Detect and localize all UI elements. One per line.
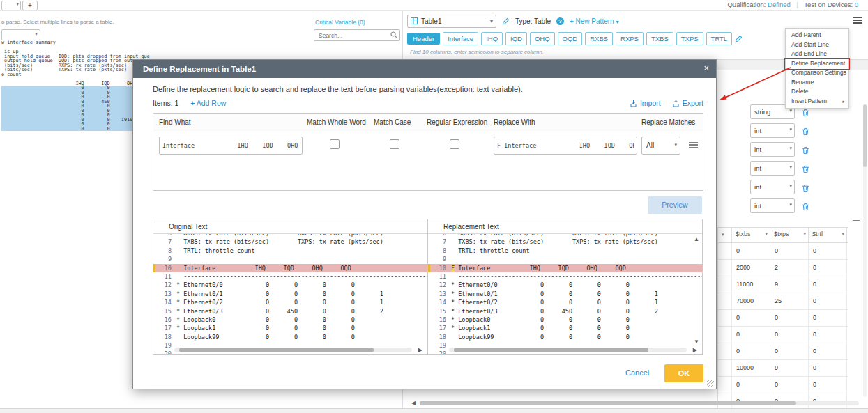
trash-icon[interactable] [802,107,809,120]
find-what-input[interactable] [159,137,303,155]
export-button[interactable]: Export [672,99,703,107]
new-pattern-button[interactable]: + New Pattern ▾ [570,17,618,25]
menu-item-rename[interactable]: Rename [786,78,848,88]
chevron-down-icon: ▾ [789,108,792,114]
qualification-value[interactable]: Defined [768,1,791,8]
variable-type-select[interactable]: int▾ [750,142,795,157]
editor-line: 17* Loopback1 0 0 0 0 [153,324,427,332]
close-icon[interactable]: × [703,63,709,73]
trash-icon[interactable] [802,182,809,195]
result-cell-spacer [718,260,732,276]
chevron-down-icon: ▾ [765,231,768,237]
scroll-left-icon[interactable]: ◀ [411,400,416,406]
vertical-scrollbar-thumb[interactable] [863,104,867,167]
horizontal-scrollbar-track[interactable] [174,348,412,352]
replace-with-input[interactable] [494,137,637,155]
ok-button[interactable]: OK [664,364,703,382]
scroll-down-icon[interactable]: ▼ [694,338,699,345]
menu-item-comparison-settings[interactable]: Comparison Settings [786,68,848,78]
line-number: 11 [428,272,451,281]
menu-item-insert-pattern[interactable]: Insert Pattern▸ [786,97,848,107]
parser-scope-select[interactable]: ▾ [1,29,40,40]
header-column-chip[interactable]: TRTL [706,32,733,45]
header-column-chip[interactable]: Interface [443,32,478,45]
search-input[interactable] [317,31,390,40]
menu-item-add-parent[interactable]: Add Parent [786,31,848,40]
result-cell: 0 [809,377,847,393]
horizontal-scrollbar-thumb[interactable] [179,348,374,352]
variable-type-select[interactable]: int▾ [750,198,795,213]
header-column-chip[interactable]: IHQ [481,32,503,45]
editor-line: 7 TXBS: tx rate (bits/sec) TXPS: tx rate… [153,237,427,246]
collapse-icon[interactable]: — [853,216,860,224]
table-select[interactable]: Table1 ▾ [407,15,496,28]
header-column-chip[interactable]: TXPS [676,32,703,45]
menu-item-define-replacement[interactable]: Define Replacement [786,59,848,69]
edit-columns-pencil-icon[interactable] [735,35,743,42]
column-sort-caret[interactable]: ▾ [718,228,732,242]
variable-type-select[interactable]: int▾ [750,180,795,194]
match-case-checkbox[interactable] [390,139,399,149]
menu-item-add-end-line[interactable]: Add End Line [786,49,848,59]
row-menu-icon[interactable] [689,142,698,150]
scroll-right-icon[interactable]: ▶ [693,347,697,353]
editor-line: 16* Loopback0 0 0 0 0 [153,315,427,324]
result-cell: 0 [809,327,847,343]
critical-variable-link[interactable]: Critical Variable (0) [315,19,365,26]
chevron-down-icon: ▾ [789,164,792,170]
editor-line: 18 Loopback99 0 0 0 0 [153,333,427,341]
header-column-chip[interactable]: RXPS [616,32,644,45]
resize-handle[interactable] [707,380,714,387]
match-whole-word-checkbox[interactable] [330,139,340,149]
panel-menu-button[interactable] [853,17,862,24]
trash-icon[interactable] [802,201,809,214]
preview-button[interactable]: Preview [648,196,702,214]
replace-matches-select[interactable]: All ▾ [641,137,680,155]
chevron-down-icon: ▾ [490,18,493,24]
regular-expression-checkbox[interactable] [450,139,459,149]
variable-type-select[interactable]: int▾ [750,123,795,138]
scroll-up-icon[interactable]: ▲ [694,236,699,242]
result-column-header[interactable]: $trtl▾ [809,228,847,242]
dialog-header[interactable]: Define Replacement in Table1 × [133,60,716,78]
variable-type-select[interactable]: int▾ [750,161,795,176]
scroll-right-icon[interactable]: ▶ [418,347,422,353]
result-cell: 9 [770,276,809,293]
add-row-button[interactable]: + Add Row [190,99,226,107]
editor-line: 13* Ethernet0/1 0 0 0 0 1 [428,290,702,298]
horizontal-scrollbar-track[interactable] [449,348,687,352]
parser-mini-dropdown[interactable]: ▾ [1,1,21,10]
help-icon[interactable]: ? [556,17,564,25]
result-cell: 25 [770,293,809,309]
original-text-panel: Original Text 6 RXBS: rx rate (bits/sec)… [153,219,428,355]
items-label: Items: [153,99,173,107]
trash-icon[interactable] [802,145,809,157]
menu-item-add-start-line[interactable]: Add Start Line [786,40,848,50]
trash-icon[interactable] [802,164,809,176]
menu-item-delete[interactable]: Delete [786,87,848,97]
header-column-chip[interactable]: IQD [505,32,527,45]
horizontal-scrollbar-track[interactable] [420,401,859,405]
add-button[interactable]: + [22,1,38,10]
header-column-chip[interactable]: TXBS [646,32,673,45]
editor-line-text: * Ethernet0/2 0 0 0 0 1 [176,298,383,306]
chevron-down-icon: ▾ [16,1,19,7]
result-column-header[interactable]: $txbs▾ [732,228,770,242]
header-column-chip[interactable]: RXBS [585,32,613,45]
result-column-header[interactable]: $txps▾ [770,228,809,242]
result-cell: 0 [732,377,770,393]
trash-icon[interactable] [802,126,809,139]
result-cell: 0 [732,310,770,326]
header-column-chip[interactable]: OQD [558,32,583,45]
horizontal-scrollbar-thumb[interactable] [420,401,796,405]
header-column-chip[interactable]: OHQ [530,32,555,45]
horizontal-scrollbar-thumb[interactable] [454,348,649,352]
result-table-header: ▾$txbs▾$txps▾$trtl▾ [718,227,848,243]
line-number: 16 [428,315,451,324]
import-button[interactable]: Import [630,99,661,107]
test-on-devices-value[interactable]: 0 [855,1,858,8]
cancel-button[interactable]: Cancel [625,368,649,377]
editor-line: 8 TRTL: throttle count [153,247,427,255]
edit-pencil-icon[interactable] [502,17,510,25]
result-cell: 0 [732,327,770,343]
